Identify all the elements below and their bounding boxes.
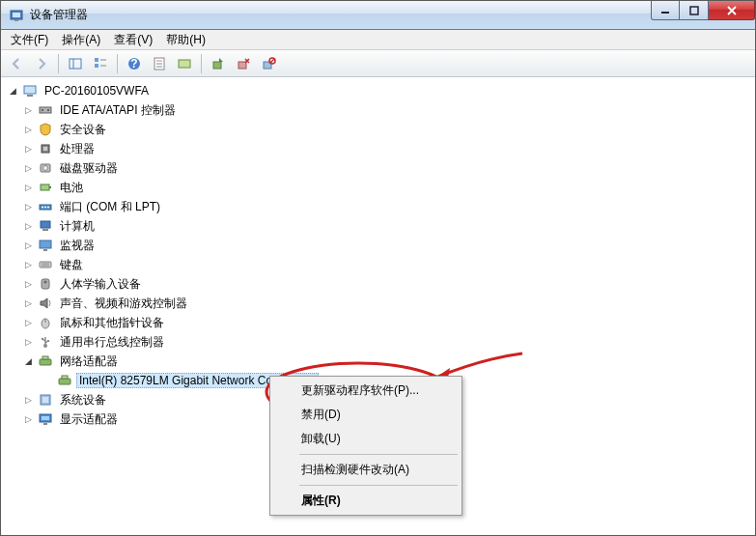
- back-button[interactable]: [5, 52, 28, 75]
- expander-icon[interactable]: ▷: [20, 315, 36, 330]
- node-label[interactable]: 显示适配器: [57, 410, 121, 429]
- view-button[interactable]: [89, 52, 112, 75]
- node-label[interactable]: 端口 (COM 和 LPT): [57, 198, 163, 216]
- svg-rect-5: [70, 59, 81, 69]
- menu-help[interactable]: 帮助(H): [160, 30, 211, 50]
- minimize-button[interactable]: [651, 1, 680, 20]
- usb-icon: [38, 334, 53, 350]
- svg-rect-33: [49, 186, 51, 188]
- category-node[interactable]: ▷通用串行总线控制器: [1, 332, 755, 352]
- computer-icon: [38, 218, 53, 234]
- category-node[interactable]: ▷IDE ATA/ATAPI 控制器: [1, 100, 755, 120]
- show-hide-tree-button[interactable]: [64, 52, 87, 75]
- node-label[interactable]: 声音、视频和游戏控制器: [57, 295, 190, 313]
- ide-icon: [38, 102, 53, 118]
- node-label[interactable]: 计算机: [57, 217, 98, 236]
- category-node[interactable]: ▷电池: [1, 178, 755, 197]
- expander-icon[interactable]: ▷: [20, 180, 36, 195]
- category-node[interactable]: ▷键盘: [1, 255, 755, 274]
- node-label[interactable]: 键盘: [57, 256, 86, 274]
- window-controls: [651, 1, 755, 20]
- node-label[interactable]: 处理器: [57, 140, 98, 158]
- expander-icon[interactable]: ▷: [20, 218, 36, 234]
- disable-button[interactable]: [257, 52, 280, 75]
- svg-rect-55: [59, 379, 70, 384]
- context-menu-item[interactable]: 更新驱动程序软件(P)...: [272, 379, 460, 403]
- expander-icon[interactable]: ▷: [20, 257, 36, 272]
- context-menu-separator: [299, 454, 458, 455]
- svg-line-22: [270, 59, 274, 63]
- expander-icon[interactable]: ◢: [5, 83, 20, 99]
- menu-view[interactable]: 查看(V): [108, 30, 158, 50]
- expander-icon[interactable]: ▷: [20, 276, 36, 292]
- expander-icon[interactable]: [40, 373, 55, 388]
- context-menu-item[interactable]: 禁用(D): [272, 403, 460, 427]
- svg-point-37: [47, 207, 49, 209]
- svg-rect-39: [42, 229, 48, 231]
- category-node[interactable]: ▷计算机: [1, 216, 755, 236]
- titlebar[interactable]: 设备管理器: [1, 1, 755, 30]
- context-menu-item[interactable]: 卸载(U): [272, 427, 460, 451]
- node-label[interactable]: 网络适配器: [57, 353, 121, 371]
- help-button[interactable]: ?: [123, 52, 146, 75]
- root-node[interactable]: ◢PC-20160105VWFA: [1, 81, 755, 100]
- category-node[interactable]: ▷磁盘驱动器: [1, 158, 755, 178]
- node-label[interactable]: 监视器: [57, 237, 98, 255]
- update-driver-button[interactable]: [207, 52, 230, 75]
- sound-icon: [38, 296, 53, 311]
- maximize-button[interactable]: [680, 1, 709, 20]
- category-node[interactable]: ▷声音、视频和游戏控制器: [1, 294, 755, 313]
- node-label[interactable]: 安全设备: [57, 121, 109, 139]
- node-label[interactable]: 人体学输入设备: [57, 275, 144, 294]
- expander-icon[interactable]: ▷: [20, 296, 36, 311]
- svg-rect-7: [95, 58, 98, 62]
- rootpc-icon: [22, 83, 38, 99]
- svg-rect-19: [238, 62, 246, 69]
- properties-button[interactable]: [148, 52, 171, 75]
- expander-icon[interactable]: ▷: [20, 392, 36, 408]
- context-menu-item[interactable]: 扫描检测硬件改动(A): [272, 458, 460, 482]
- node-label[interactable]: 磁盘驱动器: [57, 159, 121, 178]
- category-node[interactable]: ▷安全设备: [1, 120, 755, 139]
- svg-rect-54: [42, 356, 48, 359]
- toolbar-separator: [58, 54, 59, 73]
- context-menu-item[interactable]: 属性(R): [272, 489, 460, 513]
- node-label[interactable]: 鼠标和其他指针设备: [57, 314, 167, 332]
- node-label[interactable]: 电池: [57, 179, 86, 197]
- svg-point-27: [47, 109, 49, 111]
- expander-icon[interactable]: ▷: [20, 199, 36, 214]
- category-node[interactable]: ◢网络适配器: [1, 352, 755, 371]
- forward-button[interactable]: [30, 52, 53, 75]
- category-node[interactable]: ▷监视器: [1, 236, 755, 255]
- expander-icon[interactable]: ▷: [20, 334, 36, 350]
- expander-icon[interactable]: ▷: [20, 122, 36, 137]
- node-label[interactable]: 系统设备: [57, 391, 109, 409]
- network-icon: [38, 353, 53, 369]
- menu-action[interactable]: 操作(A): [56, 30, 106, 50]
- category-node[interactable]: ▷端口 (COM 和 LPT): [1, 197, 755, 216]
- node-label[interactable]: PC-20160105VWFA: [42, 83, 152, 99]
- uninstall-button[interactable]: [232, 52, 255, 75]
- svg-rect-40: [40, 240, 51, 248]
- menu-file[interactable]: 文件(F): [5, 30, 54, 50]
- svg-point-35: [42, 207, 43, 209]
- expander-icon[interactable]: ▷: [20, 411, 36, 427]
- expander-icon[interactable]: ▷: [20, 102, 36, 118]
- svg-rect-2: [14, 19, 18, 21]
- security-icon: [38, 122, 53, 137]
- system-icon: [38, 392, 53, 408]
- monitor-icon: [38, 238, 53, 253]
- category-node[interactable]: ▷人体学输入设备: [1, 274, 755, 294]
- close-button[interactable]: [709, 1, 755, 20]
- expander-icon[interactable]: ▷: [20, 160, 36, 176]
- expander-icon[interactable]: ▷: [20, 141, 36, 156]
- cpu-icon: [38, 141, 53, 156]
- action-button[interactable]: [173, 52, 196, 75]
- category-node[interactable]: ▷处理器: [1, 139, 755, 158]
- expander-icon[interactable]: ◢: [20, 353, 36, 369]
- node-label[interactable]: 通用串行总线控制器: [57, 333, 167, 352]
- expander-icon[interactable]: ▷: [20, 238, 36, 253]
- category-node[interactable]: ▷鼠标和其他指针设备: [1, 313, 755, 332]
- svg-rect-58: [42, 397, 48, 403]
- node-label[interactable]: IDE ATA/ATAPI 控制器: [57, 101, 179, 120]
